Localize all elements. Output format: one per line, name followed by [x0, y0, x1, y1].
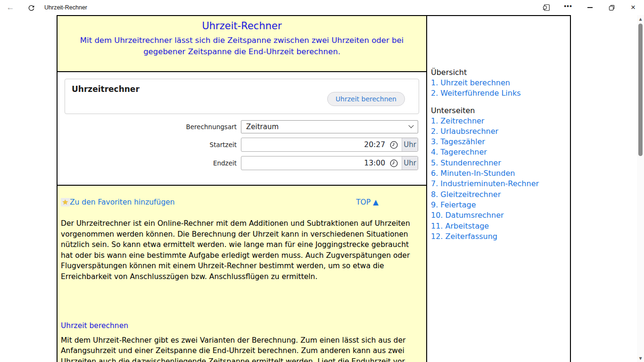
article-paragraph-1: Der Uhrzeitrechner ist ein Online-Rechne…: [61, 218, 422, 282]
page-intro: Mit dem Uhrzeitrechner lässt sich die Ze…: [70, 35, 413, 58]
calculate-button[interactable]: Uhrzeit berechnen: [327, 92, 405, 106]
window-title: Uhrzeit-Rechner: [44, 4, 87, 11]
page-header: Uhrzeit-Rechner Mit dem Uhrzeitrechner l…: [58, 16, 426, 71]
sidebar-item-uhrzeit-berechnen[interactable]: 1. Uhrzeit berechnen: [431, 78, 570, 88]
star-icon: ★: [61, 198, 70, 206]
endzeit-suffix: Uhr: [402, 156, 418, 170]
find-on-page-icon[interactable]: [536, 0, 557, 15]
sidebar-item-zeiterfassung[interactable]: 12. Zeiterfassung: [431, 231, 570, 242]
more-options-icon[interactable]: •••: [557, 0, 579, 15]
restore-button[interactable]: [601, 0, 622, 15]
close-button[interactable]: ×: [622, 0, 644, 15]
sidebar-item-feiertage[interactable]: 9. Feiertage: [431, 200, 570, 210]
article: ★ Zu den Favoriten hinzufügen TOP ▲ Der …: [58, 186, 426, 362]
berechnungsart-value: Zeitraum: [246, 123, 279, 131]
chevron-down-icon: [408, 123, 413, 128]
endzeit-label: Endzeit: [65, 159, 241, 167]
sidebar-item-industrieminuten-rechner[interactable]: 7. Industrieminuten-Rechner: [431, 179, 570, 189]
sidebar-item-tagerechner[interactable]: 4. Tagerechner: [431, 147, 570, 157]
browser-titlebar: ← Uhrzeit-Rechner ••• ×: [0, 0, 644, 15]
form-row-berechnungsart: Berechnungsart Zeitraum: [65, 120, 419, 133]
page-title: Uhrzeit-Rechner: [58, 20, 426, 32]
vertical-scrollbar[interactable]: ▲ ▼: [637, 15, 644, 362]
favorites-row: ★ Zu den Favoriten hinzufügen TOP ▲: [61, 198, 422, 206]
scroll-down-icon[interactable]: ▼: [637, 356, 644, 361]
scroll-up-icon[interactable]: ▲: [637, 17, 644, 21]
endzeit-group: 13:00 Uhr: [241, 156, 418, 170]
sidebar-item-gleitzeitrechner[interactable]: 8. Gleitzeitrechner: [431, 189, 570, 200]
minimize-button[interactable]: [579, 0, 601, 15]
form-row-endzeit: Endzeit 13:00 Uh: [65, 156, 419, 170]
page-container: Uhrzeit-Rechner Mit dem Uhrzeitrechner l…: [57, 15, 571, 362]
top-link[interactable]: TOP ▲: [356, 198, 379, 206]
startzeit-input[interactable]: 20:27: [241, 138, 402, 151]
sidebar-item-zeitrechner[interactable]: 1. Zeitrechner: [431, 116, 570, 126]
sidebar-item-urlaubsrechner[interactable]: 2. Urlaubsrechner: [431, 126, 570, 137]
berechnungsart-select[interactable]: Zeitraum: [241, 120, 418, 133]
calculator-section: Uhrzeitrechner Uhrzeit berechnen Berechn…: [58, 71, 426, 186]
sidebar: Übersicht 1. Uhrzeit berechnen 2. Weiter…: [427, 16, 570, 362]
add-to-favorites-link[interactable]: Zu den Favoriten hinzufügen: [70, 198, 175, 206]
startzeit-group: 20:27 Uhr: [241, 138, 418, 152]
sidebar-item-arbeitstage[interactable]: 11. Arbeitstage: [431, 221, 570, 231]
sidebar-item-tageszaehler[interactable]: 3. Tageszähler: [431, 137, 570, 147]
startzeit-value: 20:27: [364, 140, 385, 149]
sidebar-subpages-heading: Unterseiten: [431, 105, 570, 116]
calculator-form: Berechnungsart Zeitraum Startzeit 20:27: [65, 120, 419, 170]
main-column: Uhrzeit-Rechner Mit dem Uhrzeitrechner l…: [58, 16, 427, 362]
back-icon[interactable]: ←: [0, 0, 21, 15]
endzeit-input[interactable]: 13:00: [241, 156, 402, 170]
sidebar-item-datumsrechner[interactable]: 10. Datumsrechner: [431, 210, 570, 221]
clock-icon[interactable]: [389, 140, 398, 149]
sidebar-item-minuten-in-stunden[interactable]: 6. Minuten-In-Stunden: [431, 168, 570, 179]
refresh-icon[interactable]: [21, 0, 41, 15]
form-row-startzeit: Startzeit 20:27: [65, 138, 419, 152]
endzeit-value: 13:00: [364, 159, 385, 167]
sidebar-item-stundenrechner[interactable]: 5. Stundenrechner: [431, 158, 570, 168]
startzeit-label: Startzeit: [65, 141, 241, 148]
calculator-panel: Uhrzeitrechner Uhrzeit berechnen: [65, 79, 419, 114]
article-section-heading: Uhrzeit berechnen: [61, 321, 422, 330]
startzeit-suffix: Uhr: [402, 138, 418, 151]
berechnungsart-label: Berechnungsart: [65, 123, 241, 131]
sidebar-overview-heading: Übersicht: [431, 67, 570, 78]
article-paragraph-2: Mit dem Uhrzeit-Rechner gibt es zwei Var…: [61, 335, 422, 362]
scrollbar-thumb[interactable]: [638, 24, 643, 156]
clock-icon[interactable]: [389, 159, 398, 168]
sidebar-item-weiterfuehrende-links[interactable]: 2. Weiterführende Links: [431, 88, 570, 99]
